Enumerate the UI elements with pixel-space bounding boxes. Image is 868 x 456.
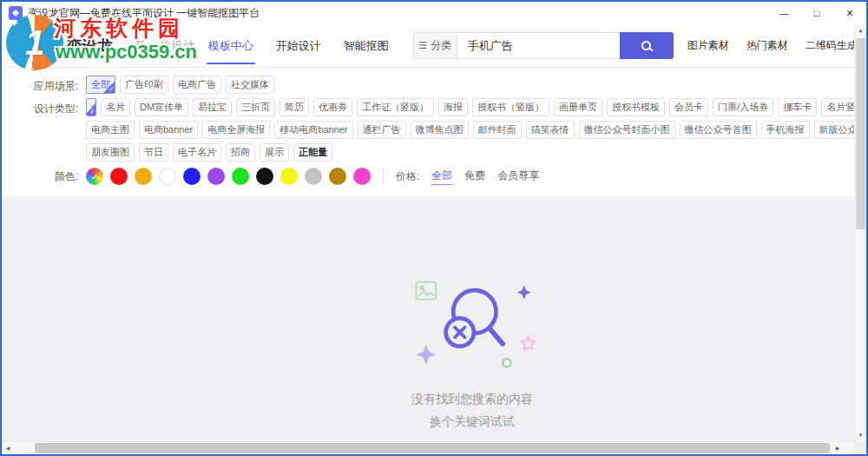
design-type-filter-label: 设计类型: <box>24 98 78 116</box>
filter-panel: 应用场景: 全部 ✓ 广告印刷 <box>2 68 854 198</box>
filter-chip[interactable]: 邮件封面 ✓ <box>473 121 522 139</box>
brand-tagline: 新一代设计 <box>135 38 196 53</box>
filter-chip[interactable]: 授权书（竖版） ✓ <box>472 98 549 116</box>
scene-filter-label: 应用场景: <box>24 76 78 94</box>
nav-item[interactable]: 模板中心 <box>208 35 253 57</box>
scene-filter-row: 应用场景: 全部 ✓ 广告印刷 <box>2 76 854 94</box>
filter-chip[interactable]: 电商banner ✓ <box>139 121 198 139</box>
filter-chip[interactable]: 工作证（竖版） ✓ <box>357 98 434 116</box>
color-swatch[interactable]: ✓ <box>256 168 273 185</box>
color-swatch[interactable]: ✓ <box>183 168 201 185</box>
filter-chip[interactable]: 展示 ✓ <box>260 143 289 162</box>
star-icon <box>521 336 535 349</box>
minimize-button[interactable]: — <box>767 2 800 24</box>
search-input[interactable] <box>457 32 620 59</box>
scroll-up-arrow-icon[interactable]: ▲ <box>855 24 866 36</box>
design-type-options-row-1: 全部 ✓ 名片 ✓ <box>86 98 854 116</box>
filter-chip[interactable]: 通栏广告 ✓ <box>358 121 406 139</box>
nav-link[interactable]: 图片素材 <box>687 38 729 53</box>
filter-chip[interactable]: 三折页 ✓ <box>236 98 275 116</box>
color-swatch[interactable]: ✓ <box>329 168 346 185</box>
price-option[interactable]: 会员尊享 <box>497 169 539 184</box>
nav-link[interactable]: 热门素材 <box>746 38 788 53</box>
color-filter-row: 颜色: ✓ ✓ ✓ ✓ <box>2 168 854 185</box>
filter-chip[interactable]: 全部 ✓ <box>86 76 115 94</box>
filter-chip[interactable]: 画册单页 ✓ <box>554 98 602 116</box>
color-swatch[interactable]: ✓ <box>207 168 225 185</box>
color-swatch[interactable]: ✓ <box>353 168 371 185</box>
color-filter-label: 颜色: <box>24 169 78 184</box>
color-swatch[interactable]: ✓ <box>305 168 322 185</box>
filter-chip[interactable]: 易拉宝 ✓ <box>193 98 232 116</box>
price-option[interactable]: 免费 <box>464 169 485 184</box>
filter-chip[interactable]: 新版公众号首图 ✓ <box>814 121 854 139</box>
scroll-left-arrow-icon[interactable]: ◀ <box>2 442 14 454</box>
filter-chip[interactable]: 微博焦点图 ✓ <box>411 121 469 139</box>
filter-chip[interactable]: 微信公众号首图 ✓ <box>680 121 757 139</box>
filter-chip[interactable]: 电商主图 ✓ <box>86 121 135 139</box>
filter-chip[interactable]: 节日 ✓ <box>139 143 168 162</box>
color-swatch[interactable]: ✓ <box>86 168 103 185</box>
vertical-scrollbar[interactable]: ▲ ▼ <box>854 24 866 441</box>
filter-chip[interactable]: 正能量 ✓ <box>293 143 332 162</box>
nav-item[interactable]: 开始设计 <box>276 35 321 57</box>
filter-chip[interactable]: 海报 ✓ <box>438 98 468 116</box>
filter-chip[interactable]: 电商全屏海报 ✓ <box>202 121 270 139</box>
color-swatch[interactable]: ✓ <box>159 168 176 185</box>
selected-corner-badge: ✓ <box>86 104 95 116</box>
circle-icon <box>503 359 510 367</box>
filter-chip[interactable]: DM宣传单 ✓ <box>135 98 188 116</box>
filter-chip[interactable]: 名片竖版 ✓ <box>821 98 854 116</box>
empty-state-title: 没有找到您搜索的内容 <box>390 392 555 407</box>
filter-chip[interactable]: 优惠券 ✓ <box>313 98 352 116</box>
vertical-scrollbar-thumb[interactable] <box>856 38 865 229</box>
price-filter-group: 价格: 全部 免费 会员尊享 <box>396 169 539 185</box>
filter-chip[interactable]: 招商 ✓ <box>226 143 255 162</box>
scene-options: 全部 ✓ 广告印刷 ✓ <box>86 76 854 94</box>
filter-chip[interactable]: 授权书模板 ✓ <box>607 98 665 116</box>
empty-state-subtitle: 换个关键词试试 <box>390 414 555 430</box>
horizontal-scrollbar-thumb[interactable] <box>35 443 830 453</box>
filter-chip[interactable]: 移动电商banner ✓ <box>274 121 352 139</box>
price-filter-label: 价格: <box>396 169 419 184</box>
empty-state: 没有找到您搜索的内容 换个关键词试试 <box>390 277 555 430</box>
color-swatch[interactable]: ✓ <box>280 168 298 185</box>
scroll-down-arrow-icon[interactable]: ▼ <box>855 429 866 441</box>
nav-links: 图片素材 热门素材 二维码生成 <box>687 38 858 53</box>
scroll-right-arrow-icon[interactable]: ▶ <box>832 442 844 454</box>
filter-chip[interactable]: 全部 ✓ <box>86 98 96 116</box>
search-not-found-icon <box>390 277 555 374</box>
results-area: 没有找到您搜索的内容 换个关键词试试 <box>2 199 854 441</box>
divider <box>383 169 384 184</box>
filter-chip[interactable]: 手机海报 ✓ <box>761 121 810 139</box>
filter-chip[interactable]: 社交媒体 ✓ <box>226 76 274 94</box>
filter-chip[interactable]: 微信公众号封面小图 ✓ <box>579 121 675 139</box>
maximize-button[interactable]: □ <box>800 2 833 24</box>
nav-bar: 变设龙 ｜ 新一代设计 模板中心 开始设计 智能抠图 ☰ 分类 <box>2 24 854 68</box>
filter-chip[interactable]: 电商广告 ✓ <box>173 76 221 94</box>
close-button[interactable]: ✕ <box>833 2 866 24</box>
filter-chip[interactable]: 挪车卡 ✓ <box>778 98 817 116</box>
price-option[interactable]: 全部 <box>431 169 452 185</box>
color-swatch[interactable]: ✓ <box>110 168 128 185</box>
filter-chip[interactable]: 名片 ✓ <box>101 98 130 116</box>
filter-chip[interactable]: 电子名片 ✓ <box>173 143 221 162</box>
color-swatch[interactable]: ✓ <box>232 168 249 185</box>
filter-chip[interactable]: 朋友圈图 ✓ <box>86 143 135 162</box>
window-controls: — □ ✕ <box>767 2 866 24</box>
filter-chip[interactable]: 广告印刷 ✓ <box>120 76 168 94</box>
nav-link[interactable]: 二维码生成 <box>806 38 858 53</box>
category-label: 分类 <box>431 38 451 53</box>
horizontal-scrollbar[interactable]: ◀ ▶ <box>2 441 854 454</box>
filter-chip[interactable]: 搞笑表情 ✓ <box>526 121 575 139</box>
check-icon: ✓ <box>90 171 98 182</box>
nav-item[interactable]: 智能抠图 <box>344 35 389 57</box>
category-dropdown-button[interactable]: ☰ 分类 <box>413 32 457 59</box>
search-button[interactable] <box>620 32 674 59</box>
color-swatch[interactable]: ✓ <box>135 168 152 185</box>
filter-chip[interactable]: 简历 ✓ <box>279 98 309 116</box>
filter-chip[interactable]: 门票/入场券 ✓ <box>713 98 773 116</box>
brand-logo[interactable]: 变设龙 <box>66 36 113 56</box>
price-options: 全部 免费 会员尊享 <box>431 169 539 185</box>
filter-chip[interactable]: 会员卡 ✓ <box>669 98 708 116</box>
